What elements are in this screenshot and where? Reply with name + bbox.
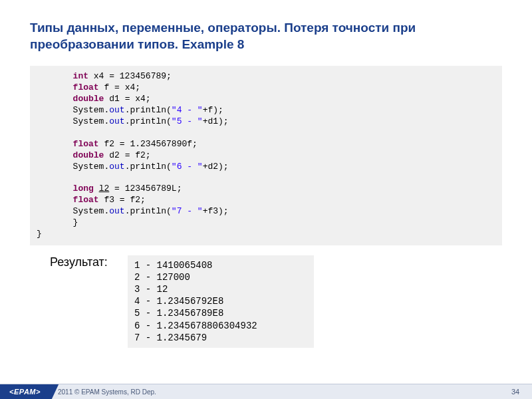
code-text: .println(	[125, 116, 172, 126]
field-out: out	[109, 105, 124, 115]
code-text: f3 = f2;	[99, 195, 146, 205]
slide-footer: <EPAM> 2011 © EPAM Systems, RD Dep. 34	[0, 384, 532, 399]
code-text: +d1);	[203, 116, 229, 126]
code-text: System.	[73, 105, 110, 115]
string-literal: "5 - "	[172, 116, 203, 126]
field-out: out	[109, 116, 124, 126]
code-text: d1 = x4;	[104, 94, 150, 104]
keyword-float: float	[73, 82, 99, 92]
code-text: }	[37, 217, 78, 227]
string-literal: "6 - "	[172, 162, 203, 172]
slide: Типы данных, переменные, операторы. Поте…	[0, 0, 532, 399]
slide-title: Типы данных, переменные, операторы. Поте…	[0, 0, 532, 59]
keyword-double: double	[73, 94, 104, 104]
keyword-float: float	[73, 139, 99, 149]
field-out: out	[109, 162, 124, 172]
keyword-int: int	[73, 71, 88, 81]
result-output: 1 - 1410065408 2 - 127000 3 - 12 4 - 1.2…	[128, 255, 314, 348]
keyword-long: long	[73, 184, 94, 194]
string-literal: "7 - "	[172, 206, 203, 216]
var-l2: l2	[99, 184, 110, 194]
epam-logo: <EPAM>	[9, 388, 41, 396]
keyword-float: float	[73, 195, 99, 205]
code-text: System.	[73, 162, 110, 172]
code-text: x4 = 123456789;	[88, 71, 172, 81]
footer-copyright: 2011 © EPAM Systems, RD Dep.	[50, 384, 499, 399]
result-label: Результат:	[50, 255, 108, 269]
keyword-double: double	[73, 150, 104, 160]
code-text: System.	[73, 206, 110, 216]
code-block: int x4 = 123456789; float f = x4; double…	[30, 66, 502, 245]
result-row: Результат: 1 - 1410065408 2 - 127000 3 -…	[50, 255, 502, 348]
code-text: +f);	[203, 105, 223, 115]
code-text: }	[37, 229, 42, 239]
code-text: .println(	[125, 206, 172, 216]
code-text: +f3);	[203, 206, 229, 216]
copyright-text: 2011 © EPAM Systems, RD Dep.	[58, 388, 156, 396]
page-number: 34	[511, 388, 519, 396]
field-out: out	[109, 206, 124, 216]
code-text: = 123456789L;	[109, 184, 182, 194]
code-text: +d2);	[203, 162, 229, 172]
code-text: d2 = f2;	[104, 150, 150, 160]
code-text: .println(	[125, 105, 172, 115]
code-text: System.	[73, 116, 110, 126]
code-text: f = x4;	[99, 82, 140, 92]
code-text: .println(	[125, 162, 172, 172]
code-text: f2 = 1.234567890f;	[99, 139, 198, 149]
string-literal: "4 - "	[172, 105, 203, 115]
footer-page-number: 34	[499, 384, 532, 399]
